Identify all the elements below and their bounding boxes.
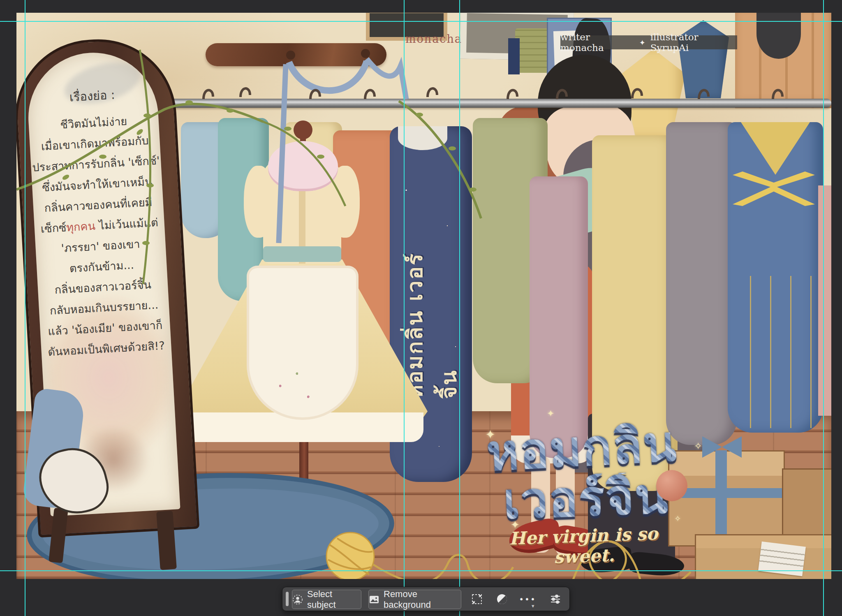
guide-vertical-spine-right[interactable]	[459, 0, 460, 616]
guide-horizontal-top[interactable]	[0, 21, 842, 22]
rail-peg	[361, 49, 370, 58]
properties-sliders-icon	[549, 593, 562, 605]
select-subject-icon	[292, 594, 303, 605]
picture-frame-dark	[366, 13, 447, 41]
drag-handle[interactable]	[286, 592, 289, 606]
wooden-peg-rail	[206, 43, 386, 66]
remove-background-button[interactable]: Remove background	[368, 590, 461, 609]
sparkle-icon: ✧	[694, 440, 702, 452]
hanging-mauve-shirt	[530, 176, 588, 458]
transform-selection-button[interactable]	[470, 590, 484, 608]
dress-collar	[268, 141, 338, 191]
properties-button[interactable]	[548, 590, 563, 608]
highlight-word: ทุกคน	[66, 220, 95, 234]
document-canvas[interactable]: หอมกลิ่น เวอร์จิ้น เรื่องย่อ : ชีวิตมันไ…	[16, 13, 831, 579]
contextual-task-bar[interactable]: Select subject Remove background ••• ▾	[282, 587, 570, 611]
hanging-yellow-coat	[592, 135, 678, 491]
photoshop-workspace: หอมกลิ่น เวอร์จิ้น เรื่องย่อ : ชีวิตมันไ…	[0, 0, 842, 616]
guide-horizontal-bottom[interactable]	[0, 570, 842, 571]
sparkle-icon: ✦	[511, 519, 520, 531]
adjustments-icon	[496, 593, 508, 605]
credit-band: writer monacha ✦ illustrator SyrupAi	[560, 35, 737, 49]
guide-vertical[interactable]	[25, 0, 25, 616]
dress-waistband	[263, 246, 341, 262]
spine-dress-collar	[398, 126, 447, 150]
navy-swatch	[508, 38, 520, 74]
chevron-down-icon[interactable]: ▾	[532, 603, 534, 609]
writer-credit: writer monacha	[560, 32, 634, 53]
dress-apron	[247, 266, 359, 420]
adjustments-button[interactable]	[495, 590, 509, 608]
synopsis-heading: เรื่องย่อ :	[27, 82, 157, 110]
sparkle-icon: ✦	[485, 427, 495, 442]
clothes-rack-bar	[152, 99, 831, 108]
hanging-gray-coat	[666, 122, 737, 445]
rail-peg	[286, 51, 295, 60]
remove-background-icon	[369, 594, 379, 605]
sparkle-icon: ✧	[674, 514, 681, 523]
green-knit-cloth	[515, 28, 549, 73]
transform-selection-icon	[471, 593, 483, 605]
more-options-icon: •••	[519, 594, 536, 604]
illustrator-credit: illustrator SyrupAi	[650, 32, 737, 53]
synopsis-text: เรื่องย่อ : ชีวิตมันไม่ง่าย เมื่อเขาเกิด…	[27, 82, 172, 363]
remove-background-label: Remove background	[384, 589, 461, 610]
pink-pompom	[656, 470, 687, 501]
sailor-skirt-pleats	[731, 276, 820, 428]
select-subject-button[interactable]: Select subject	[292, 590, 361, 609]
pink-garment-edge	[818, 185, 831, 416]
sparkle-icon: ✦	[547, 408, 554, 419]
guide-vertical[interactable]	[823, 0, 824, 616]
guide-vertical-spine-left[interactable]	[404, 0, 405, 616]
select-subject-label: Select subject	[307, 589, 361, 610]
star-icon: ✦	[639, 38, 645, 47]
